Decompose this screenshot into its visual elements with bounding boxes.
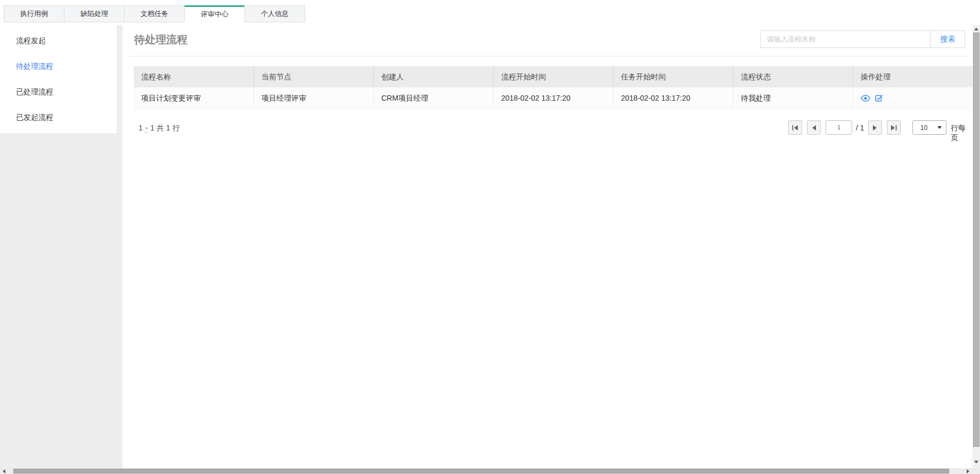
- vertical-scrollbar[interactable]: [973, 25, 980, 468]
- page-number-input[interactable]: [826, 120, 852, 135]
- top-tab-bar: 执行用例 缺陷处理 文档任务 评审中心 个人信息: [4, 5, 305, 22]
- vertical-scrollbar-thumb[interactable]: [973, 32, 979, 447]
- next-page-icon: [872, 125, 878, 130]
- previous-page-icon: [811, 125, 816, 130]
- table-row: 项目计划变更评审 项目经理评审 CRM项目经理 2018-02-02 13:17…: [134, 87, 973, 109]
- column-header-operations: 操作处理: [853, 66, 973, 87]
- tab-label: 文档任务: [141, 9, 168, 19]
- horizontal-scrollbar-thumb[interactable]: [13, 469, 949, 473]
- column-header-task-start-time: 任务开始时间: [613, 66, 733, 87]
- column-header-process-name: 流程名称: [134, 66, 254, 87]
- row-count-summary: 1 - 1 共 1 行: [138, 124, 180, 133]
- cell-creator: CRM项目经理: [373, 87, 493, 109]
- cell-process-name: 项目计划变更评审: [134, 87, 254, 109]
- summary-dash: -: [145, 124, 149, 133]
- sidebar-item-pending-processes[interactable]: 待处理流程: [0, 53, 117, 79]
- tab-defect-handling[interactable]: 缺陷处理: [64, 5, 125, 22]
- rows-per-page-label: 行每页: [951, 124, 973, 143]
- page-size-value: 10: [913, 124, 937, 132]
- sidebar-item-initiated-processes[interactable]: 已发起流程: [0, 104, 117, 130]
- main-content: 待处理流程 搜索 流程名称 当前节点 创建人 流程开始时间 任务开始时间 流程状…: [123, 25, 973, 468]
- scroll-down-icon[interactable]: [974, 461, 978, 463]
- column-header-process-status: 流程状态: [733, 66, 853, 87]
- previous-page-button[interactable]: [807, 120, 821, 135]
- page-size-select[interactable]: 10: [912, 120, 946, 135]
- cell-process-start-time: 2018-02-02 13:17:20: [493, 87, 613, 109]
- pending-process-table: 流程名称 当前节点 创建人 流程开始时间 任务开始时间 流程状态 操作处理 项目…: [134, 66, 973, 109]
- sidebar: 流程发起 待处理流程 已处理流程 已发起流程: [0, 25, 123, 468]
- tab-label: 执行用例: [20, 9, 48, 19]
- last-page-icon: [891, 125, 897, 130]
- sidebar-menu: 流程发起 待处理流程 已处理流程 已发起流程: [0, 25, 117, 133]
- summary-start: 1: [138, 124, 143, 132]
- page-title: 待处理流程: [134, 32, 187, 47]
- view-icon[interactable]: [861, 95, 870, 102]
- column-header-process-start-time: 流程开始时间: [493, 66, 613, 87]
- search-button[interactable]: 搜索: [930, 31, 965, 47]
- search-box: 搜索: [760, 30, 965, 48]
- sidebar-item-process-initiate[interactable]: 流程发起: [0, 28, 117, 53]
- next-page-button[interactable]: [868, 120, 882, 135]
- tab-label: 评审中心: [201, 10, 228, 19]
- tab-label: 个人信息: [261, 9, 289, 19]
- search-input[interactable]: [761, 31, 930, 47]
- cell-current-node: 项目经理评审: [254, 87, 373, 109]
- title-divider: [129, 56, 969, 56]
- scrollbar-corner: [973, 468, 980, 474]
- tab-label: 缺陷处理: [80, 9, 108, 19]
- cell-task-start-time: 2018-02-02 13:17:20: [613, 87, 733, 109]
- table-header-row: 流程名称 当前节点 创建人 流程开始时间 任务开始时间 流程状态 操作处理: [134, 66, 973, 87]
- scroll-right-icon[interactable]: [967, 469, 969, 473]
- horizontal-scrollbar[interactable]: [0, 468, 973, 474]
- summary-rest: 1 共 1 行: [150, 124, 179, 132]
- handle-icon[interactable]: [875, 94, 883, 102]
- tab-personal-info[interactable]: 个人信息: [244, 5, 305, 22]
- column-header-creator: 创建人: [373, 66, 493, 87]
- first-page-button[interactable]: [788, 120, 802, 135]
- tab-document-tasks[interactable]: 文档任务: [124, 5, 185, 22]
- first-page-icon: [792, 125, 798, 130]
- tab-review-center[interactable]: 评审中心: [184, 5, 245, 22]
- cell-process-status: 待我处理: [733, 87, 853, 109]
- scroll-left-icon[interactable]: [3, 469, 5, 473]
- last-page-button[interactable]: [887, 120, 901, 135]
- column-header-current-node: 当前节点: [254, 66, 373, 87]
- cell-operations: [853, 87, 973, 109]
- scroll-up-icon[interactable]: [974, 28, 978, 30]
- page-total-label: / 1: [856, 124, 864, 132]
- sidebar-item-processed-processes[interactable]: 已处理流程: [0, 79, 117, 104]
- tab-test-execution[interactable]: 执行用例: [4, 5, 64, 22]
- chevron-down-icon: [937, 126, 942, 129]
